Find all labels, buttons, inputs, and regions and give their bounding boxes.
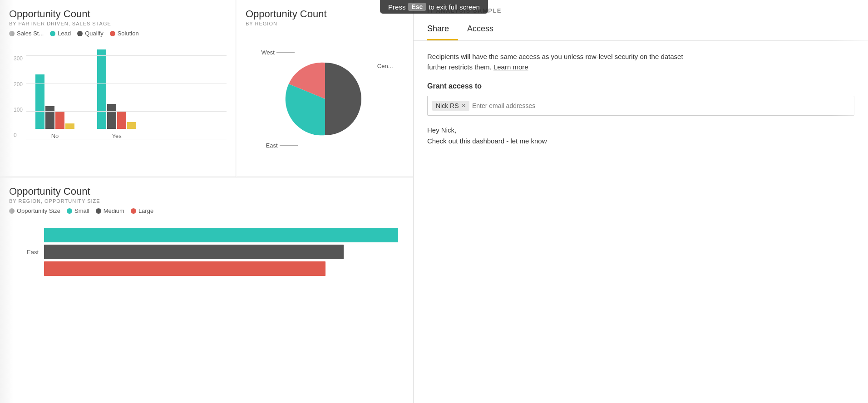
h-bar-east-large: [44, 261, 326, 276]
email-tag-close-button[interactable]: ×: [462, 102, 466, 109]
grant-access-label: Grant access to: [427, 82, 854, 90]
legend-label-qualify: Qualify: [85, 30, 103, 37]
legend-label-solution: Solution: [118, 30, 139, 37]
esc-key: Esc: [408, 3, 426, 11]
legend-large: Large: [131, 207, 153, 214]
legend-opp-size: Opportunity Size: [9, 207, 60, 214]
email-address-input[interactable]: [472, 102, 849, 109]
chart-top-left-legend: Sales St... Lead Qualify Solution: [9, 30, 227, 37]
chart-top-left-subtitle: BY PARTNER DRIVEN, SALES STAGE: [9, 21, 227, 26]
legend-dot-solution: [110, 31, 115, 36]
email-tag-name: Nick RS: [436, 102, 459, 109]
panel-body: Recipients will have the same access as …: [414, 41, 868, 157]
h-bar-east-small: [44, 228, 398, 242]
exit-text: to exit full screen: [429, 3, 480, 11]
share-panel: IT ANALYSIS SAMPLE Share Access Recipien…: [413, 0, 868, 403]
press-text: Press: [388, 3, 405, 11]
message-line1: Hey Nick,: [427, 125, 854, 136]
email-tag-nick[interactable]: Nick RS ×: [432, 101, 469, 111]
fullscreen-bar: Press Esc to exit full screen: [380, 0, 488, 14]
legend-qualify: Qualify: [77, 30, 103, 37]
recipients-text: Recipients will have the same access as …: [427, 53, 683, 71]
pie-label-west: West: [261, 49, 295, 56]
h-bar-east-medium: [44, 245, 344, 259]
learn-more-link[interactable]: Learn more: [493, 63, 528, 71]
chart-by-region-size: Opportunity Count BY REGION, OPPORTUNITY…: [0, 177, 413, 403]
legend-dot-sales: [9, 31, 15, 36]
horizontal-bar-chart: East: [9, 228, 404, 276]
chart-top-left-title: Opportunity Count: [9, 8, 227, 20]
message-line2: Check out this dashboard - let me know: [427, 136, 854, 147]
legend-lead: Lead: [50, 30, 71, 37]
legend-small: Small: [67, 207, 89, 214]
email-input-container[interactable]: Nick RS ×: [427, 96, 854, 116]
chart-bottom-legend: Opportunity Size Small Medium Large: [9, 207, 404, 214]
legend-label-sales: Sales St...: [17, 30, 44, 37]
tab-share[interactable]: Share: [427, 20, 458, 40]
legend-dot-qualify: [77, 31, 83, 36]
pie-chart-svg: [284, 58, 366, 140]
tab-access[interactable]: Access: [467, 20, 503, 40]
chart-bottom-subtitle: BY REGION, OPPORTUNITY SIZE: [9, 198, 404, 204]
legend-dot-lead: [50, 31, 55, 36]
pie-label-east: East: [266, 142, 298, 149]
legend-label-lead: Lead: [58, 30, 71, 37]
chart-partner-driven: Opportunity Count BY PARTNER DRIVEN, SAL…: [0, 0, 236, 177]
dashboard-area: Opportunity Count BY PARTNER DRIVEN, SAL…: [0, 0, 413, 403]
chart-by-region-pie: Opportunity Count BY REGION West Cen... …: [237, 0, 413, 177]
h-bar-row-label-east: East: [18, 249, 39, 256]
legend-sales-stage: Sales St...: [9, 30, 44, 37]
legend-solution: Solution: [110, 30, 139, 37]
legend-medium: Medium: [96, 207, 124, 214]
recipients-info: Recipients will have the same access as …: [427, 52, 690, 72]
panel-tabs: Share Access: [427, 20, 854, 40]
pie-label-central: Cen...: [362, 63, 393, 69]
message-area: Hey Nick, Check out this dashboard - let…: [427, 125, 854, 147]
chart-bottom-title: Opportunity Count: [9, 186, 404, 197]
pie-segment-east: [325, 63, 361, 135]
panel-title: IT ANALYSIS SAMPLE: [427, 7, 854, 14]
chart-top-right-subtitle: BY REGION: [246, 21, 404, 26]
